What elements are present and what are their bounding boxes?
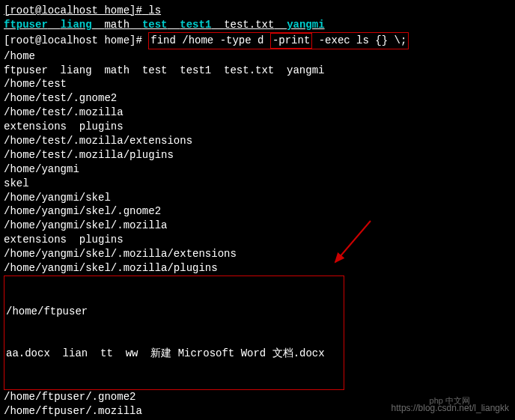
file-testtxt: test.txt — [224, 19, 274, 31]
out-line: aa.docx lian tt ww 新建 Microsoft Word 文档.… — [6, 347, 342, 361]
prompt-line-2: [root@localhost home]# find /home -type … — [4, 32, 511, 49]
out-line: /home/yangmi/skel/.mozilla — [4, 219, 511, 233]
out-line: /home/test/.mozilla/extensions — [4, 134, 511, 148]
out-line: /home/test/.mozilla/plugins — [4, 148, 511, 162]
out-line: /home/yangmi/skel — [4, 191, 511, 205]
prompt-line-1: [root@localhost home]# ls — [4, 4, 511, 18]
dir-test1: test1 — [180, 19, 211, 31]
out-line: /home/yangmi — [4, 162, 511, 177]
out-line: extensions plugins — [4, 233, 511, 247]
out-line: /home/yangmi/skel/.gnome2 — [4, 204, 511, 219]
dir-yangmi: yangmi — [287, 19, 324, 31]
out-line: /home/yangmi/skel/.mozilla/extensions — [4, 247, 511, 261]
watermark-url: https://blog.csdn.net/l_liangkk — [391, 402, 509, 414]
terminal[interactable]: [root@localhost home]# ls ftpuser liang … — [4, 4, 511, 420]
cmd-ls: ls — [148, 4, 161, 16]
out-line: /home/ftpuser — [6, 305, 342, 319]
out-line: /home/test/.mozilla — [4, 106, 511, 120]
out-line: /home/test/.gnome2 — [4, 91, 511, 106]
out-line: /home — [4, 49, 511, 64]
dir-liang: liang — [61, 19, 92, 31]
out-line: /home/yangmi/skel/.mozilla/plugins — [4, 261, 511, 276]
out-line: ftpuser liang math test test1 test.txt y… — [4, 64, 511, 78]
highlight-box-cmd: find /home -type d -print -exec ls {} \; — [148, 32, 409, 49]
out-line: skel — [4, 177, 511, 191]
out-line: /home/test — [4, 77, 511, 91]
ls-output: ftpuser liang math test test1 test.txt y… — [4, 18, 511, 32]
file-math: math — [104, 19, 129, 31]
prompt-user-2: [root@localhost home]# — [4, 34, 142, 46]
highlight-box-print: -print — [270, 33, 312, 49]
dir-ftpuser: ftpuser — [4, 19, 48, 31]
dir-test: test — [142, 19, 168, 31]
out-line: extensions plugins — [4, 120, 511, 134]
prompt-user: [root@localhost home]# — [4, 4, 142, 16]
highlight-box-ftpuser: /home/ftpuser aa.docx lian tt ww 新建 Micr… — [4, 276, 344, 390]
